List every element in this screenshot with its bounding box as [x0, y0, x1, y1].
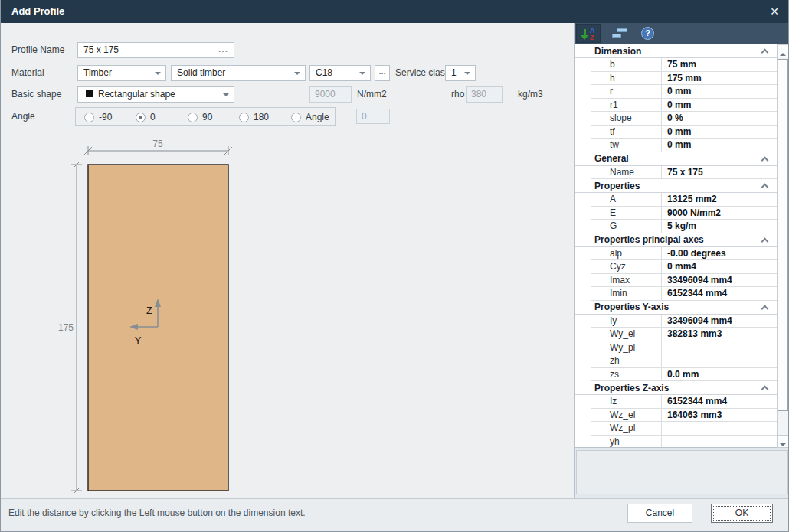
- property-row-tf: tf0 mm: [591, 126, 777, 139]
- help-icon[interactable]: ?: [637, 24, 659, 43]
- radio-icon: [188, 113, 198, 122]
- chevron-up-icon[interactable]: [761, 237, 769, 245]
- status-text: Edit the distance by clicking the Left m…: [8, 508, 306, 518]
- panel-empty-area: [576, 450, 788, 494]
- property-value[interactable]: 6152344 mm4: [661, 287, 777, 300]
- property-name: Name: [591, 166, 661, 179]
- cancel-button[interactable]: Cancel: [627, 504, 692, 523]
- service-class-label: Service class: [395, 65, 450, 81]
- property-name: b: [591, 58, 661, 71]
- scrollbar-thumb[interactable]: [778, 59, 788, 411]
- angle-radio-label: 180: [254, 112, 269, 122]
- section-header-properties-y-axis[interactable]: Properties Y-axis: [575, 301, 777, 315]
- profile-name-input[interactable]: 75 x 175 ...: [77, 42, 234, 58]
- section-title: Properties principal axes: [594, 234, 704, 245]
- property-name: tf: [591, 126, 661, 139]
- material-category-value: Timber: [78, 66, 165, 80]
- property-value[interactable]: 382813 mm3: [661, 328, 777, 341]
- property-row-r1: r10 mm: [591, 99, 777, 113]
- property-value[interactable]: 0 mm: [661, 139, 777, 152]
- footer-bar: Edit the distance by clicking the Left m…: [1, 498, 789, 532]
- property-value[interactable]: 0.0 mm: [661, 368, 777, 381]
- angle-radio--90[interactable]: -90: [84, 108, 112, 126]
- property-value[interactable]: 9000 N/mm2: [661, 207, 777, 220]
- property-row-zh: zh: [591, 354, 777, 368]
- chevron-down-icon: [294, 72, 300, 75]
- property-value[interactable]: [661, 354, 777, 367]
- property-value[interactable]: 0 mm: [661, 99, 777, 112]
- property-value[interactable]: 0 mm: [661, 85, 777, 98]
- property-row-a: A13125 mm2: [591, 193, 777, 207]
- angle-radio-label: 90: [202, 112, 212, 122]
- property-name: Wy_el: [591, 328, 661, 341]
- title-bar: Add Profile ✕: [1, 0, 789, 23]
- profile-name-label: Profile Name: [11, 42, 64, 58]
- property-value[interactable]: -0.00 degrees: [661, 247, 777, 260]
- section-header-properties-principal-axes[interactable]: Properties principal axes: [575, 233, 777, 247]
- property-name: Wz_pl: [591, 422, 661, 435]
- e-modulus-unit: N/mm2: [357, 86, 387, 103]
- scroll-down-button[interactable]: [778, 435, 788, 447]
- property-value[interactable]: [661, 422, 777, 435]
- sort-za-icon[interactable]: A Z: [576, 24, 601, 43]
- property-value[interactable]: 0 %: [661, 112, 777, 125]
- category-bars-icon[interactable]: [608, 24, 631, 43]
- property-value[interactable]: 175 mm: [661, 72, 777, 85]
- property-name: Imin: [591, 287, 661, 300]
- width-dimension-text[interactable]: 75: [152, 139, 163, 149]
- property-name: r1: [591, 99, 661, 112]
- angle-radio-0[interactable]: 0: [136, 108, 156, 126]
- property-value[interactable]: [661, 341, 777, 354]
- property-name: Wy_pl: [591, 341, 661, 354]
- property-value[interactable]: 75 x 175: [661, 166, 777, 179]
- property-row-yh: yh: [591, 436, 777, 449]
- property-value[interactable]: 164063 mm3: [661, 409, 777, 422]
- material-label: Material: [11, 65, 44, 81]
- panel-scrollbar[interactable]: [777, 44, 789, 448]
- panel-toolbar: A Z ?: [575, 23, 789, 44]
- property-value[interactable]: 75 mm: [661, 58, 777, 71]
- property-value[interactable]: 33496094 mm4: [661, 274, 777, 287]
- height-dimension-text[interactable]: 175: [58, 322, 74, 333]
- chevron-up-icon[interactable]: [761, 156, 769, 164]
- material-type-dropdown[interactable]: Solid timber: [171, 65, 306, 81]
- chevron-up-icon[interactable]: [761, 184, 769, 191]
- dialog-title: Add Profile: [11, 0, 64, 23]
- scroll-up-button[interactable]: [778, 45, 788, 57]
- material-browse-button[interactable]: ...: [375, 65, 390, 81]
- ok-button[interactable]: OK: [711, 504, 773, 523]
- chevron-down-icon: [359, 72, 365, 75]
- section-header-properties[interactable]: Properties: [575, 179, 777, 193]
- bar-icon: [612, 34, 621, 38]
- angle-radio-180[interactable]: 180: [239, 108, 269, 126]
- angle-radio-group: -90090180Angle: [75, 107, 336, 126]
- angle-radio-90[interactable]: 90: [188, 108, 212, 126]
- material-grade-dropdown[interactable]: C18: [309, 65, 371, 81]
- service-class-dropdown[interactable]: 1: [445, 65, 476, 81]
- angle-radio-label: -90: [99, 112, 112, 122]
- property-value[interactable]: 6152344 mm4: [661, 395, 777, 408]
- property-row-h: h175 mm: [591, 72, 777, 86]
- property-row-tw: tw0 mm: [591, 139, 777, 152]
- property-value[interactable]: 13125 mm2: [661, 193, 777, 206]
- profile-name-browse-icon[interactable]: ...: [218, 43, 228, 56]
- close-icon[interactable]: ✕: [765, 2, 784, 21]
- basic-shape-dropdown[interactable]: Rectangular shape: [77, 86, 234, 103]
- section-header-dimension[interactable]: Dimension: [575, 44, 777, 58]
- property-name: Imax: [591, 274, 661, 287]
- property-value[interactable]: 33496094 mm4: [661, 315, 777, 328]
- property-row-e: E9000 N/mm2: [591, 207, 777, 220]
- angle-radio-angle[interactable]: Angle: [291, 108, 329, 126]
- property-value[interactable]: 0 mm: [661, 126, 777, 139]
- property-value[interactable]: [661, 436, 777, 449]
- section-header-properties-z-axis[interactable]: Properties Z-axis: [575, 381, 777, 395]
- section-header-general[interactable]: General: [575, 152, 777, 166]
- property-value[interactable]: 5 kg/m: [661, 220, 777, 233]
- property-row-iz: Iz6152344 mm4: [591, 395, 777, 409]
- chevron-up-icon[interactable]: [761, 386, 769, 393]
- chevron-up-icon[interactable]: [761, 49, 769, 57]
- material-category-dropdown[interactable]: Timber: [77, 65, 166, 81]
- chevron-up-icon[interactable]: [761, 305, 769, 312]
- rho-label: rho: [451, 86, 464, 103]
- property-value[interactable]: 0 mm4: [661, 260, 777, 273]
